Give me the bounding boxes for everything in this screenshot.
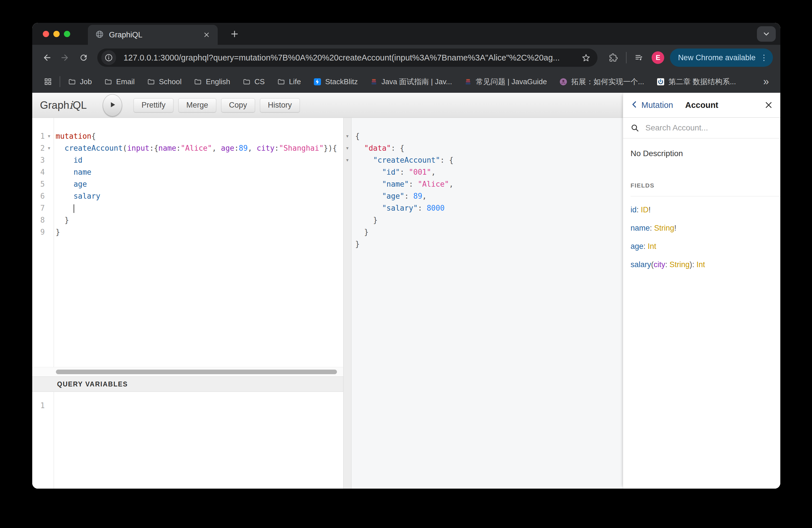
fold-arrow-icon[interactable]: ▼: [344, 130, 351, 142]
gutter-row: 1▼: [32, 130, 54, 142]
profile-avatar[interactable]: E: [652, 52, 664, 64]
chrome-update-button[interactable]: New Chrome available ⋮: [670, 48, 773, 67]
folder-icon: [194, 78, 202, 86]
line-number: 8: [32, 214, 54, 226]
address-bar[interactable]: 127.0.0.1:3000/graphql?query=mutation%7B…: [97, 48, 597, 67]
bookmark-item[interactable]: Java 面试指南 | Jav...: [370, 77, 452, 87]
editor-horizontal-scrollbar[interactable]: [32, 367, 343, 376]
gutter-row: 1: [32, 400, 54, 412]
type-description: No Description: [630, 149, 773, 158]
copy-button[interactable]: Copy: [221, 98, 255, 112]
bookmarks-overflow-chevron[interactable]: »: [763, 76, 769, 88]
code-line: }: [56, 226, 343, 238]
minimize-window-button[interactable]: [53, 31, 60, 37]
code-line: "createAccount": {: [355, 154, 623, 166]
gutter-row: 9: [32, 226, 54, 238]
execute-query-button[interactable]: [103, 94, 122, 116]
bookmark-item[interactable]: Job: [68, 77, 92, 86]
doc-back-link[interactable]: Mutation: [630, 100, 673, 110]
variables-editor[interactable]: 1: [32, 392, 343, 489]
line-number: 7: [32, 202, 54, 214]
gutter-row: 6: [32, 190, 54, 202]
chevron-left-icon: [630, 100, 639, 110]
browser-tab[interactable]: GraphiQL: [88, 25, 218, 45]
bookmark-item[interactable]: School: [147, 77, 182, 86]
folder-icon: [147, 78, 155, 86]
doc-close-icon[interactable]: [764, 101, 773, 109]
pane-divider[interactable]: ▼▼▼: [343, 118, 351, 489]
forward-icon[interactable]: [58, 52, 71, 64]
line-number: 1: [32, 400, 54, 412]
power-icon: [657, 78, 665, 86]
fold-arrow-icon[interactable]: ▼: [344, 142, 351, 154]
fold-arrow-icon[interactable]: ▼: [47, 142, 51, 154]
folder-icon: [277, 78, 285, 86]
back-icon[interactable]: [41, 52, 53, 64]
code-line: createAccount(input:{name:"Alice", age:8…: [56, 142, 343, 154]
tab-search-chevron-button[interactable]: [757, 26, 776, 42]
code-line: }: [355, 214, 623, 226]
globe-icon: [95, 30, 104, 40]
doc-field-row[interactable]: name: String!: [630, 223, 773, 233]
tab-close-icon[interactable]: [203, 31, 210, 39]
maximize-window-button[interactable]: [64, 31, 70, 37]
code-line: }: [56, 214, 343, 226]
editor-gutter: 1▼2▼3456789: [32, 118, 54, 367]
fold-arrow-icon[interactable]: ▼: [344, 154, 351, 166]
result-pane: { "data": { "createAccount": { "id": "00…: [351, 118, 623, 489]
line-number: 3: [32, 154, 54, 166]
doc-field-row[interactable]: salary(city: String): Int: [630, 260, 773, 269]
bookmark-label: Email: [116, 77, 135, 86]
code-line: "id": "001",: [355, 166, 623, 178]
gutter-row: 5: [32, 178, 54, 190]
code-line: "salary": 8000: [355, 202, 623, 214]
browser-menu-icon[interactable]: ⋮: [760, 54, 768, 62]
code-line: "age": 89,: [355, 190, 623, 202]
variables-code[interactable]: [54, 392, 343, 489]
bookmark-label: School: [159, 77, 182, 86]
folder-icon: [68, 78, 76, 86]
merge-button[interactable]: Merge: [178, 98, 216, 112]
reload-icon[interactable]: [77, 52, 90, 64]
code-line: "data": {: [355, 142, 623, 154]
reading-list-icon[interactable]: [633, 52, 646, 64]
bookmark-item[interactable]: 常见问题 | JavaGuide: [464, 77, 547, 87]
apps-grid-icon[interactable]: [44, 77, 52, 86]
query-editor-pane[interactable]: 1▼2▼3456789 mutation{ createAccount(inpu…: [32, 118, 343, 489]
bookmark-item[interactable]: Email: [104, 77, 135, 86]
close-window-button[interactable]: [43, 31, 49, 37]
fold-arrow-icon[interactable]: ▼: [47, 130, 51, 142]
bookmark-label: 常见问题 | JavaGuide: [476, 77, 547, 87]
bookmark-label: 第二章 数据结构系...: [668, 77, 736, 87]
bookmark-item[interactable]: 拓展：如何实现一个...: [560, 77, 644, 87]
bookmark-item[interactable]: Life: [277, 77, 301, 86]
query-variables-header[interactable]: QUERY VARIABLES: [32, 376, 343, 392]
site-info-icon[interactable]: [101, 50, 116, 65]
code-line: age: [56, 178, 343, 190]
extensions-puzzle-icon[interactable]: [607, 52, 620, 64]
traffic-lights: [43, 31, 70, 37]
bookmarks-bar: JobEmailSchoolEnglishCSLifeStackBlitzJav…: [32, 71, 780, 93]
bookmark-item[interactable]: 第二章 数据结构系...: [657, 77, 736, 87]
new-tab-button[interactable]: [230, 29, 240, 39]
prettify-button[interactable]: Prettify: [133, 98, 173, 112]
scrollbar-thumb[interactable]: [56, 370, 337, 374]
bookmark-star-icon[interactable]: [581, 53, 591, 62]
bookmark-item[interactable]: CS: [243, 77, 265, 86]
doc-field-row[interactable]: id: ID!: [630, 205, 773, 215]
tab-title: GraphiQL: [109, 30, 203, 39]
history-button[interactable]: History: [260, 98, 300, 112]
query-editor[interactable]: mutation{ createAccount(input:{name:"Ali…: [54, 118, 343, 367]
doc-field-row[interactable]: age: Int: [630, 241, 773, 251]
bookmark-item[interactable]: StackBlitz: [314, 77, 358, 86]
text-cursor: [74, 204, 74, 213]
url-text[interactable]: 127.0.0.1:3000/graphql?query=mutation%7B…: [124, 53, 578, 62]
bookmark-item[interactable]: English: [194, 77, 230, 86]
doc-search-row: [623, 118, 780, 139]
doc-search-input[interactable]: [645, 123, 773, 133]
line-number: 4: [32, 166, 54, 178]
line-number: 6: [32, 190, 54, 202]
bookmark-label: English: [206, 77, 230, 86]
gutter-row: 4: [32, 166, 54, 178]
gutter-row: 3: [32, 154, 54, 166]
